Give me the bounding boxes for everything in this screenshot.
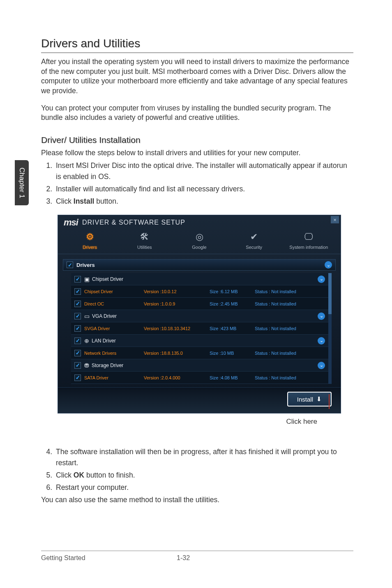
gear-icon: ⚙ — [84, 231, 96, 243]
step-1: Insert MSI Driver Disc into the optical … — [54, 160, 353, 182]
steps-list-top: Insert MSI Driver Disc into the optical … — [41, 160, 353, 207]
group-vga[interactable]: ✓ ▭ VGA Driver ⌄ — [71, 310, 328, 322]
step-6: Restart your computer. — [54, 482, 353, 493]
manual-page: Chapter 1 Drivers and Utilities After yo… — [0, 0, 392, 588]
group-checkbox[interactable]: ✓ — [74, 362, 81, 369]
install-button-label: Install — [297, 396, 313, 403]
download-icon: ⬇ — [316, 395, 322, 403]
msi-logo: msi — [64, 217, 78, 228]
chevron-down-icon[interactable]: ⌄ — [318, 276, 325, 283]
tab-drivers[interactable]: ⚙ Drivers — [63, 227, 117, 254]
tab-security-label: Security — [246, 245, 262, 250]
installer-footer: Install ⬇ — [58, 387, 341, 413]
group-label: Chipset Driver — [92, 276, 318, 282]
group-chipset[interactable]: ✓ ▣ Chipset Driver ⌄ — [71, 273, 328, 285]
scrollbar-thumb[interactable] — [328, 273, 332, 314]
monitor-icon: 🖵 — [302, 231, 315, 243]
item-version: Version :10.0.12 — [144, 289, 210, 294]
chevron-down-icon[interactable]: ⌄ — [325, 261, 332, 269]
chevron-down-icon[interactable]: ⌄ — [318, 312, 325, 320]
chapter-label: Chapter 1 — [18, 168, 26, 198]
item-checkbox[interactable]: ✓ — [74, 325, 81, 332]
intro-paragraph-2: You can protect your computer from virus… — [41, 103, 353, 123]
item-status: Status : Not installed — [255, 289, 325, 294]
item-checkbox[interactable]: ✓ — [74, 350, 81, 356]
close-button[interactable]: × — [331, 216, 339, 223]
item-status: Status : Not installed — [255, 326, 325, 331]
step-5: Click OK button to finish. — [54, 470, 353, 480]
chevron-down-icon[interactable]: ⌄ — [318, 337, 325, 345]
page-footer: Getting Started 1-32 — [41, 551, 353, 562]
installer-figure: × msi DRIVER & SOFTWARE SETUP ⚙ Drivers … — [58, 215, 341, 426]
group-storage[interactable]: ✓ ⛃ Storage Driver ⌄ — [71, 359, 328, 372]
item-version: Version :18.8.135.0 — [144, 351, 210, 356]
installer-title: DRIVER & SOFTWARE SETUP — [82, 219, 185, 226]
tab-google[interactable]: ◎ Google — [172, 227, 226, 254]
item-checkbox[interactable]: ✓ — [74, 374, 81, 381]
footer-rule — [41, 551, 353, 551]
item-sata-driver[interactable]: ✓ SATA Driver Version :2.0.4.000 Size :4… — [71, 372, 328, 384]
section-lead: Please follow the steps below to install… — [41, 148, 353, 158]
group-label: LAN Driver — [92, 338, 318, 344]
item-size: Size :6.12 MB — [210, 289, 255, 294]
chevron-down-icon[interactable]: ⌄ — [318, 362, 325, 369]
step-3: Click Install button. — [54, 196, 353, 207]
item-name: Chipset Driver — [84, 289, 113, 294]
chrome-icon: ◎ — [193, 231, 205, 243]
step-2: Installer will automatically find and li… — [54, 184, 353, 194]
item-size: Size :10 MB — [210, 351, 255, 356]
chapter-side-tab: Chapter 1 — [15, 160, 29, 205]
item-chipset-driver[interactable]: ✓ Chipset Driver Version :10.0.12 Size :… — [71, 285, 328, 298]
callout-text: Click here — [58, 418, 341, 426]
page-content: Drivers and Utilities After you install … — [41, 37, 353, 512]
tab-utilities-label: Utilities — [137, 245, 152, 250]
tab-security[interactable]: ✔ Security — [227, 227, 281, 254]
install-button[interactable]: Install ⬇ — [287, 392, 332, 407]
title-rule — [41, 53, 353, 53]
shield-icon: ✔ — [248, 231, 260, 243]
item-status: Status : Not installed — [255, 351, 325, 356]
group-label: Storage Driver — [92, 363, 318, 368]
group-checkbox[interactable]: ✓ — [74, 313, 81, 319]
tab-google-label: Google — [192, 245, 206, 250]
section-title: Drivers — [76, 262, 325, 268]
globe-icon: ⊕ — [84, 338, 89, 344]
section-heading: Driver/ Utilities Installation — [41, 135, 353, 145]
installer-tabs: ⚙ Drivers 🛠 Utilities ◎ Google ✔ Securit… — [58, 227, 341, 254]
item-checkbox[interactable]: ✓ — [74, 301, 81, 307]
item-name: Direct OC — [84, 301, 104, 306]
tab-utilities[interactable]: 🛠 Utilities — [118, 227, 171, 254]
item-svga-driver[interactable]: ✓ SVGA Driver Version :10.18.10.3412 Siz… — [71, 322, 328, 335]
page-title: Drivers and Utilities — [41, 37, 353, 50]
item-version: Version :10.18.10.3412 — [144, 326, 210, 331]
group-checkbox[interactable]: ✓ — [74, 276, 81, 283]
item-size: Size :2.45 MB — [210, 301, 255, 306]
gpu-icon: ▭ — [84, 313, 90, 319]
item-status: Status : Not installed — [255, 301, 325, 306]
group-lan[interactable]: ✓ ⊕ LAN Driver ⌄ — [71, 335, 328, 347]
tab-sysinfo-label: System information — [289, 245, 328, 250]
section-checkbox[interactable]: ✓ — [67, 262, 73, 268]
item-size: Size :4.08 MB — [210, 375, 255, 380]
installer-header: msi DRIVER & SOFTWARE SETUP — [58, 215, 341, 227]
driver-list: ✓ ▣ Chipset Driver ⌄ ✓ Chipset Driver Ve… — [71, 273, 332, 384]
footer-page-number: 1-32 — [177, 554, 218, 562]
drivers-section-header[interactable]: ✓ Drivers ⌄ — [63, 259, 336, 271]
tab-drivers-label: Drivers — [83, 245, 97, 250]
item-name: SVGA Driver — [84, 326, 110, 331]
item-name: Network Drivers — [84, 351, 116, 356]
tools-icon: 🛠 — [138, 231, 151, 243]
steps-list-bottom: The software installation will then be i… — [41, 446, 353, 493]
chipset-icon: ▣ — [84, 276, 90, 283]
tab-sysinfo[interactable]: 🖵 System information — [282, 227, 336, 254]
installer-window: × msi DRIVER & SOFTWARE SETUP ⚙ Drivers … — [58, 215, 341, 413]
item-network-drivers[interactable]: ✓ Network Drivers Version :18.8.135.0 Si… — [71, 347, 328, 359]
item-checkbox[interactable]: ✓ — [74, 288, 81, 295]
item-direct-oc[interactable]: ✓ Direct OC Version :1.0.0.9 Size :2.45 … — [71, 298, 328, 310]
item-version: Version :1.0.0.9 — [144, 301, 210, 306]
drive-icon: ⛃ — [84, 362, 89, 369]
group-checkbox[interactable]: ✓ — [74, 338, 81, 344]
step-4: The software installation will then be i… — [54, 446, 353, 468]
item-status: Status : Not installed — [255, 375, 325, 380]
closing-note: You can also use the same method to inst… — [41, 495, 353, 505]
